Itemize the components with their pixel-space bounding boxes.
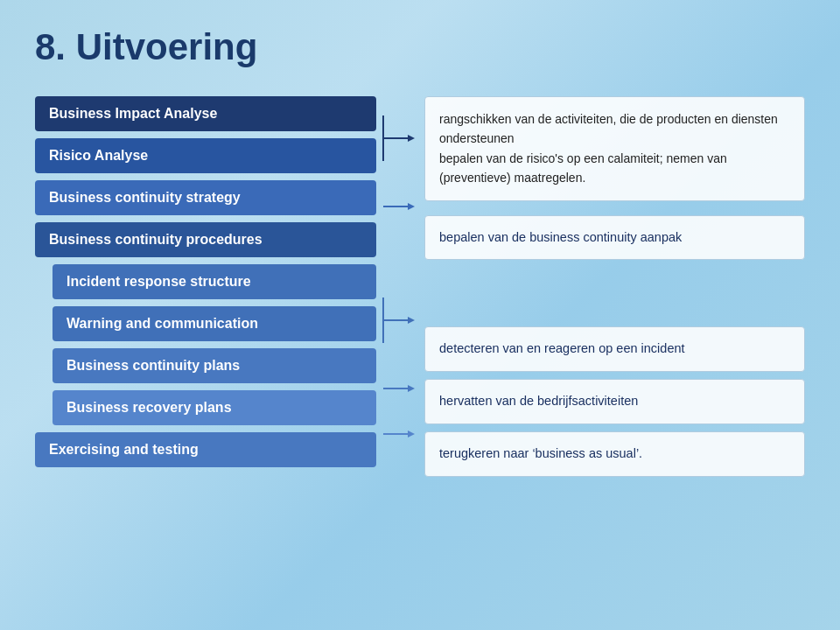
svg-marker-11 <box>408 430 415 438</box>
desc-group5: terugkeren naar ‘business as usual’. <box>424 431 805 477</box>
item-incident[interactable]: Incident response structure <box>52 264 376 299</box>
desc-group2: bepalen van de business continuity aanpa… <box>424 215 805 261</box>
connectors <box>376 96 424 528</box>
desc-group1-text2: bepalen van de risico's op een calamitei… <box>439 151 727 185</box>
main-layout: Business Impact Analyse Risico Analyse B… <box>35 96 805 528</box>
descriptions-column: rangschikken van de activiteiten, die de… <box>424 96 805 477</box>
item-exercising[interactable]: Exercising and testing <box>35 432 376 467</box>
svg-marker-4 <box>408 203 415 210</box>
desc-group1: rangschikken van de activiteiten, die de… <box>424 96 805 201</box>
connector-svg <box>376 96 424 525</box>
desc-group3: detecteren van en reageren op een incide… <box>424 326 805 372</box>
svg-marker-7 <box>408 317 415 324</box>
item-risico[interactable]: Risico Analyse <box>35 138 376 173</box>
items-column: Business Impact Analyse Risico Analyse B… <box>35 96 376 467</box>
item-warning[interactable]: Warning and communication <box>52 306 376 341</box>
svg-marker-9 <box>408 385 415 392</box>
desc-group4: hervatten van de bedrijfsactiviteiten <box>424 379 805 424</box>
page-content: 8. Uitvoering Business Impact Analyse Ri… <box>0 0 840 630</box>
item-strategy[interactable]: Business continuity strategy <box>35 180 376 215</box>
desc-group1-text: rangschikken van de activiteiten, die de… <box>439 112 778 145</box>
svg-marker-2 <box>408 135 415 142</box>
item-bia[interactable]: Business Impact Analyse <box>35 96 376 131</box>
item-recovery[interactable]: Business recovery plans <box>52 390 376 425</box>
item-plans[interactable]: Business continuity plans <box>52 348 376 383</box>
page-title: 8. Uitvoering <box>35 26 805 68</box>
item-procedures[interactable]: Business continuity procedures <box>35 222 376 257</box>
